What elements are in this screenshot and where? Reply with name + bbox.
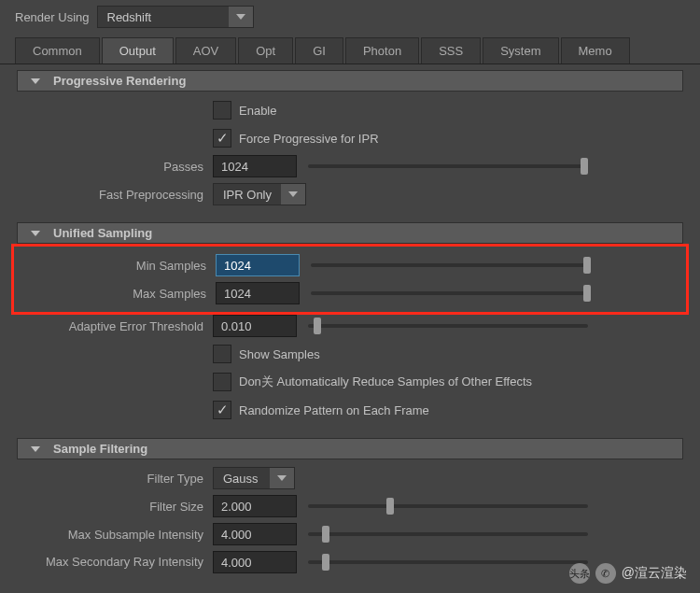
tab-opt[interactable]: Opt — [238, 37, 293, 64]
passes-input[interactable] — [213, 155, 297, 177]
tab-sss[interactable]: SSS — [421, 37, 481, 64]
min-samples-input[interactable] — [216, 254, 300, 276]
filter-type-value: Gauss — [214, 469, 270, 488]
chevron-down-icon[interactable] — [270, 468, 294, 488]
threshold-label: Adaptive Error Threshold — [17, 319, 213, 333]
randomize-label: Randomize Pattern on Each Frame — [239, 403, 429, 417]
tab-output[interactable]: Output — [102, 37, 174, 64]
watermark-handle: @渲云渲染 — [622, 565, 687, 582]
subsample-input[interactable] — [213, 523, 297, 545]
collapse-icon — [31, 78, 40, 84]
show-samples-label: Show Samples — [239, 347, 320, 361]
threshold-input[interactable] — [213, 315, 297, 337]
passes-slider[interactable] — [308, 164, 588, 168]
show-samples-checkbox[interactable] — [213, 345, 231, 363]
section-title: Sample Filtering — [53, 442, 147, 456]
max-samples-label: Max Samples — [20, 287, 216, 301]
render-using-dropdown[interactable]: Redshift — [97, 6, 254, 28]
tab-system[interactable]: System — [483, 37, 558, 64]
collapse-icon — [31, 231, 40, 236]
highlight-box: Min Samples Max Samples — [11, 244, 689, 315]
passes-label: Passes — [17, 160, 213, 174]
filter-size-input[interactable] — [213, 495, 297, 517]
secondary-label: Max Secondary Ray Intensity — [17, 555, 213, 570]
render-using-label: Render Using — [15, 10, 90, 24]
tab-common[interactable]: Common — [15, 37, 100, 64]
randomize-checkbox[interactable] — [213, 401, 231, 419]
fast-preproc-dropdown[interactable]: IPR Only — [213, 183, 306, 205]
section-title: Unified Sampling — [53, 226, 152, 240]
subsample-label: Max Subsample Intensity — [17, 528, 213, 542]
fast-preproc-value: IPR Only — [214, 185, 281, 205]
enable-checkbox[interactable] — [213, 101, 231, 120]
watermark-source: 头条 — [569, 563, 590, 584]
secondary-slider[interactable] — [308, 560, 588, 564]
filter-size-label: Filter Size — [17, 500, 213, 514]
tab-memo[interactable]: Memo — [561, 37, 630, 64]
force-ipr-label: Force Progressive for IPR — [239, 132, 379, 146]
fast-preproc-label: Fast Preprocessing — [17, 188, 213, 202]
subsample-slider[interactable] — [308, 532, 588, 536]
watermark: 头条 ✆ @渲云渲染 — [569, 563, 687, 584]
force-ipr-checkbox[interactable] — [213, 129, 231, 148]
threshold-slider[interactable] — [308, 324, 588, 328]
min-samples-slider[interactable] — [311, 263, 591, 267]
dont-reduce-label: Don关 Automatically Reduce Samples of Oth… — [239, 374, 532, 390]
chevron-down-icon[interactable] — [281, 184, 305, 205]
tab-gi[interactable]: GI — [295, 37, 343, 64]
secondary-input[interactable] — [213, 551, 297, 573]
min-samples-label: Min Samples — [20, 259, 216, 273]
max-samples-input[interactable] — [216, 282, 300, 304]
tabs: Common Output AOV Opt GI Photon SSS Syst… — [0, 37, 700, 64]
filter-size-slider[interactable] — [308, 504, 588, 508]
section-filtering[interactable]: Sample Filtering — [17, 438, 683, 459]
collapse-icon — [31, 446, 40, 452]
render-using-value: Redshift — [98, 7, 229, 27]
section-progressive[interactable]: Progressive Rendering — [17, 70, 683, 92]
tab-photon[interactable]: Photon — [345, 37, 419, 64]
section-title: Progressive Rendering — [53, 74, 186, 88]
dont-reduce-checkbox[interactable] — [213, 373, 231, 391]
section-unified[interactable]: Unified Sampling — [17, 222, 683, 244]
max-samples-slider[interactable] — [311, 291, 591, 295]
wechat-icon: ✆ — [595, 563, 616, 584]
filter-type-label: Filter Type — [17, 472, 213, 486]
filter-type-dropdown[interactable]: Gauss — [213, 467, 295, 489]
enable-label: Enable — [239, 104, 276, 118]
tab-aov[interactable]: AOV — [175, 37, 236, 64]
chevron-down-icon[interactable] — [229, 7, 253, 27]
